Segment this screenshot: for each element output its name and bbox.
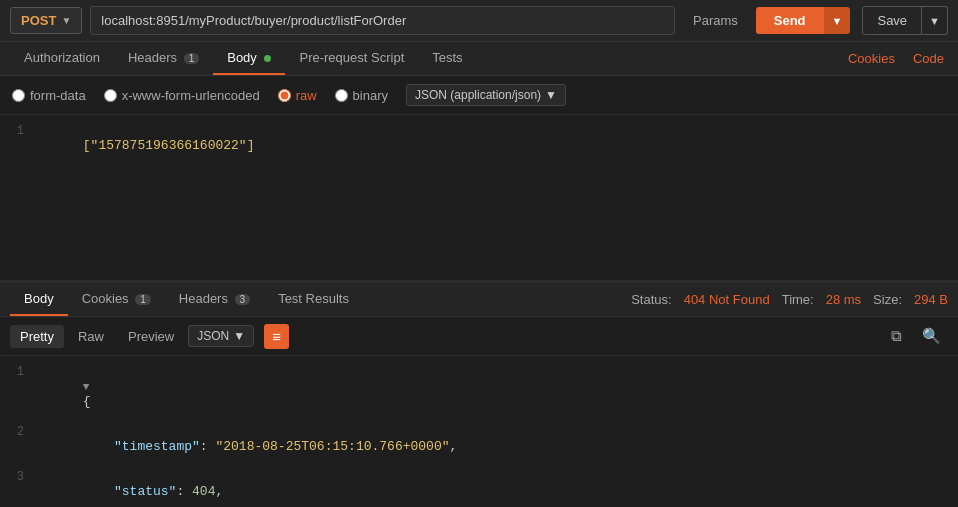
tab-body[interactable]: Body bbox=[213, 42, 285, 75]
send-dropdown-button[interactable]: ▼ bbox=[824, 7, 851, 34]
tab-authorization[interactable]: Authorization bbox=[10, 42, 114, 75]
preview-button[interactable]: Preview bbox=[118, 325, 184, 348]
tab-headers[interactable]: Headers 1 bbox=[114, 42, 213, 75]
send-button[interactable]: Send bbox=[756, 7, 824, 34]
form-data-option[interactable]: form-data bbox=[12, 88, 86, 103]
body-active-dot bbox=[264, 55, 271, 62]
save-button[interactable]: Save bbox=[862, 6, 922, 35]
tab-right-actions: Cookies Code bbox=[844, 43, 948, 74]
search-button[interactable]: 🔍 bbox=[915, 323, 948, 349]
response-toolbar: Pretty Raw Preview JSON ▼ ≡ ⧉ 🔍 bbox=[0, 317, 958, 356]
wrap-icon: ≡ bbox=[272, 328, 281, 345]
body-options: form-data x-www-form-urlencoded raw bina… bbox=[0, 76, 958, 115]
tab-tests[interactable]: Tests bbox=[418, 42, 476, 75]
method-selector[interactable]: POST ▼ bbox=[10, 7, 82, 34]
save-group: Save ▼ bbox=[862, 6, 948, 35]
response-tabs-bar: Body Cookies 1 Headers 3 Test Results St… bbox=[0, 283, 958, 317]
send-group: Send ▼ bbox=[756, 7, 851, 34]
raw-button[interactable]: Raw bbox=[68, 325, 114, 348]
json-type-selector[interactable]: JSON (application/json) ▼ bbox=[406, 84, 566, 106]
status-value: 404 Not Found bbox=[684, 292, 770, 307]
method-arrow-icon: ▼ bbox=[61, 15, 71, 26]
res-tab-headers[interactable]: Headers 3 bbox=[165, 283, 264, 316]
request-tabs: Authorization Headers 1 Body Pre-request… bbox=[0, 42, 958, 76]
request-body-editor[interactable]: 1 ["157875196366160022"] bbox=[0, 115, 958, 283]
res-json-arrow-icon: ▼ bbox=[233, 329, 245, 343]
top-bar: POST ▼ Params Send ▼ Save ▼ bbox=[0, 0, 958, 42]
res-tab-body[interactable]: Body bbox=[10, 283, 68, 316]
json-type-arrow-icon: ▼ bbox=[545, 88, 557, 102]
method-label: POST bbox=[21, 13, 56, 28]
collapse-icon: ▼ bbox=[83, 381, 90, 393]
res-code-line-3: 3 "status": 404, bbox=[0, 469, 958, 507]
headers-badge: 1 bbox=[184, 53, 200, 64]
res-cookies-badge: 1 bbox=[135, 294, 151, 305]
params-button[interactable]: Params bbox=[683, 8, 748, 33]
urlencoded-option[interactable]: x-www-form-urlencoded bbox=[104, 88, 260, 103]
res-tab-cookies[interactable]: Cookies 1 bbox=[68, 283, 165, 316]
code-link[interactable]: Code bbox=[909, 43, 948, 74]
raw-option[interactable]: raw bbox=[278, 88, 317, 103]
time-value: 28 ms bbox=[826, 292, 861, 307]
save-dropdown-button[interactable]: ▼ bbox=[922, 6, 948, 35]
response-json-selector[interactable]: JSON ▼ bbox=[188, 325, 254, 347]
wrap-button[interactable]: ≡ bbox=[264, 324, 289, 349]
response-stats: Status: 404 Not Found Time: 28 ms Size: … bbox=[631, 292, 948, 307]
copy-button[interactable]: ⧉ bbox=[884, 323, 909, 349]
res-code-line-2: 2 "timestamp": "2018-08-25T06:15:10.766+… bbox=[0, 424, 958, 469]
binary-option[interactable]: binary bbox=[335, 88, 388, 103]
res-code-line-1: 1 ▼ { bbox=[0, 364, 958, 424]
response-body-editor: 1 ▼ { 2 "timestamp": "2018-08-25T06:15:1… bbox=[0, 356, 958, 507]
pretty-button[interactable]: Pretty bbox=[10, 325, 64, 348]
res-headers-badge: 3 bbox=[235, 294, 251, 305]
tab-pre-request[interactable]: Pre-request Script bbox=[285, 42, 418, 75]
url-input[interactable] bbox=[90, 6, 675, 35]
size-value: 294 B bbox=[914, 292, 948, 307]
req-code-line-1: 1 ["157875196366160022"] bbox=[0, 123, 958, 168]
res-tab-test-results[interactable]: Test Results bbox=[264, 283, 363, 316]
cookies-link[interactable]: Cookies bbox=[844, 43, 899, 74]
